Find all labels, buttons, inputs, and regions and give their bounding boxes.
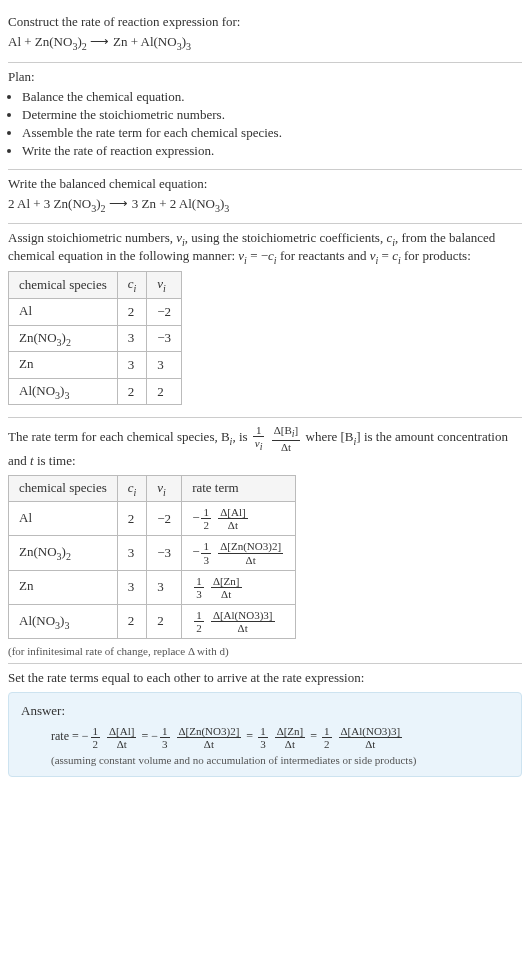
prompt-text: Construct the rate of reaction expressio… [8, 14, 522, 30]
sub: 2 [66, 551, 71, 562]
text: for reactants and [277, 248, 370, 263]
table-row: Al 2 −2 −12 Δ[Al]Δt [9, 502, 296, 536]
td-ci: 3 [117, 325, 147, 352]
fraction: Δ[Zn(NO3)2]Δt [218, 540, 283, 565]
td-nui: 3 [147, 570, 182, 604]
plan-label: Plan: [8, 69, 522, 85]
final-section: Set the rate terms equal to each other t… [8, 664, 522, 783]
answer-label: Answer: [21, 703, 509, 719]
fraction: Δ[Zn(NO3)2]Δt [177, 725, 242, 750]
rateterm-intro: The rate term for each chemical species,… [8, 424, 522, 468]
denominator: Δt [339, 738, 403, 750]
fraction: Δ[Zn]Δt [211, 575, 242, 600]
unbalanced-equation: Al + Zn(NO3)2 ⟶ Zn + Al(NO3)3 [8, 34, 522, 52]
eq-part: 2 Al + 3 Zn(NO [8, 196, 91, 211]
td-species: Zn(NO3)2 [9, 325, 118, 352]
fraction: Δ[Zn]Δt [275, 725, 306, 750]
td-species: Zn(NO3)2 [9, 536, 118, 570]
denominator: 3 [160, 738, 170, 750]
rateterm-table: chemical species ci νi rate term Al 2 −2… [8, 475, 296, 639]
td-ci: 3 [117, 536, 147, 570]
denominator: 2 [91, 738, 101, 750]
species: Zn [19, 578, 33, 593]
sub-i: i [163, 486, 166, 497]
text: = [378, 248, 392, 263]
eq-part: Zn + Al(NO [113, 34, 177, 49]
td-rate: 12 Δ[Al(NO3)3]Δt [182, 604, 296, 638]
text: , using the stoichiometric coefficients, [185, 230, 387, 245]
sub-i: i [260, 442, 263, 453]
numerator: Δ[Al(NO3)3] [211, 609, 275, 622]
numerator: 1 [160, 725, 170, 738]
denominator: Δt [218, 554, 283, 566]
delta-b: Δ[B [274, 424, 292, 436]
eq-part: 3 Zn + 2 Al(NO [132, 196, 215, 211]
th-nui: νi [147, 272, 182, 299]
denominator: Δt [211, 622, 275, 634]
balanced-section: Write the balanced chemical equation: 2 … [8, 170, 522, 224]
denominator: Δt [177, 738, 242, 750]
denominator: 2 [322, 738, 332, 750]
equals: = [246, 729, 256, 743]
fraction: 12 [91, 725, 101, 750]
sub: 3 [64, 389, 69, 400]
table-row: Al(NO3)3 2 2 12 Δ[Al(NO3)3]Δt [9, 604, 296, 638]
denominator: Δt [272, 441, 301, 453]
td-ci: 2 [117, 502, 147, 536]
th-nui: νi [147, 475, 182, 502]
sign: − [82, 729, 89, 743]
text: for products: [401, 248, 471, 263]
plan-item: Assemble the rate term for each chemical… [22, 125, 522, 141]
prompt-section: Construct the rate of reaction expressio… [8, 8, 522, 62]
numerator: 1 [201, 506, 211, 519]
fraction: 13 [201, 540, 211, 565]
fraction: Δ[Al(NO3)3]Δt [339, 725, 403, 750]
td-species: Al(NO3)3 [9, 378, 118, 405]
equals: = [141, 729, 151, 743]
denominator: 2 [194, 622, 204, 634]
th-species: chemical species [9, 475, 118, 502]
text: , is [232, 429, 250, 444]
fraction: 13 [258, 725, 268, 750]
td-species: Al(NO3)3 [9, 604, 118, 638]
fraction: 12 [201, 506, 211, 531]
eq-sub: 3 [224, 202, 229, 213]
equals: = [310, 729, 320, 743]
numerator: 1 [194, 609, 204, 622]
numerator: Δ[Zn(NO3)2] [218, 540, 283, 553]
denominator: 3 [258, 738, 268, 750]
numerator: 1 [253, 424, 265, 437]
sign: − [192, 510, 199, 525]
species: Al(NO [19, 613, 55, 628]
td-nui: −2 [147, 502, 182, 536]
numerator: Δ[Zn] [275, 725, 306, 738]
fraction: 1νi [253, 424, 265, 452]
plan-item: Balance the chemical equation. [22, 89, 522, 105]
td-species: Al [9, 502, 118, 536]
table-row: Zn(NO3)2 3 −3 −13 Δ[Zn(NO3)2]Δt [9, 536, 296, 570]
species: Al(NO [19, 383, 55, 398]
td-ci: 2 [117, 604, 147, 638]
rateterm-section: The rate term for each chemical species,… [8, 418, 522, 663]
td-rate: 13 Δ[Zn]Δt [182, 570, 296, 604]
td-nui: −2 [147, 298, 182, 325]
table-row: Al(NO3)3 2 2 [9, 378, 182, 405]
td-species: Al [9, 298, 118, 325]
sub-i: i [163, 283, 166, 294]
answer-box: Answer: rate = −12 Δ[Al]Δt = −13 Δ[Zn(NO… [8, 692, 522, 777]
balanced-equation: 2 Al + 3 Zn(NO3)2 ⟶ 3 Zn + 2 Al(NO3)3 [8, 196, 522, 214]
rate-prefix: rate = [51, 729, 82, 743]
stoich-section: Assign stoichiometric numbers, νi, using… [8, 224, 522, 417]
rateterm-note: (for infinitesimal rate of change, repla… [8, 645, 522, 657]
sign: − [151, 729, 158, 743]
denominator: Δt [218, 519, 247, 531]
text: Assign stoichiometric numbers, [8, 230, 176, 245]
numerator: Δ[Al(NO3)3] [339, 725, 403, 738]
text: is time: [34, 453, 76, 468]
th-rate: rate term [182, 475, 296, 502]
text: The rate term for each chemical species,… [8, 429, 230, 444]
numerator: Δ[Zn(NO3)2] [177, 725, 242, 738]
species: Zn(NO [19, 544, 57, 559]
td-species: Zn [9, 570, 118, 604]
sign: − [192, 544, 199, 559]
